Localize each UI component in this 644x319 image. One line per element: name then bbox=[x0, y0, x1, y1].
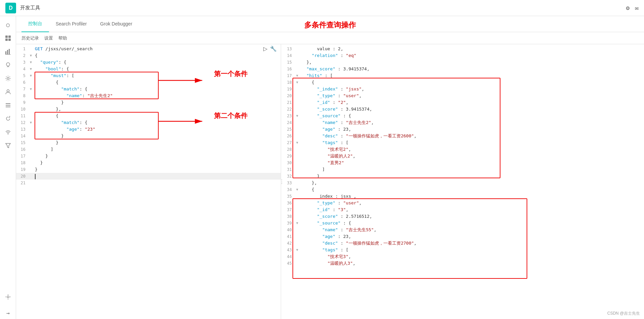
code-line-18: 18 } bbox=[16, 160, 281, 166]
code-line-4: 4 ▼ "bool": { bbox=[16, 66, 281, 72]
editor-content[interactable]: 1 GET /jsxs/user/_search 2 ▼ { 3 ▼ bbox=[16, 44, 281, 319]
top-bar: D 开发工具 ⚙ ✉ bbox=[0, 0, 644, 16]
toolbar-help[interactable]: 帮助 bbox=[58, 35, 67, 41]
svg-rect-4 bbox=[5, 51, 6, 54]
app-logo: D bbox=[5, 3, 16, 13]
svg-rect-7 bbox=[5, 54, 11, 55]
result-line-24: 24 "name" : "吉士先生2", bbox=[282, 119, 644, 126]
result-line-14: 14 "relation" : "eq" bbox=[282, 52, 644, 59]
sidebar-icon-refresh[interactable] bbox=[2, 113, 14, 125]
mail-icon[interactable]: ✉ bbox=[635, 4, 639, 11]
code-line-5: 5 ▼ "must": [ bbox=[16, 72, 281, 79]
sidebar-icon-dashboard[interactable] bbox=[2, 32, 14, 44]
result-line-27: 27 ▼ "tags" : [ bbox=[282, 139, 644, 146]
result-line-25: 25 "age" : 23, bbox=[282, 126, 644, 133]
result-line-29: 29 "温暖的人2", bbox=[282, 153, 644, 160]
wrench-button[interactable]: 🔧 bbox=[270, 46, 277, 52]
top-bar-right: ⚙ ✉ bbox=[626, 4, 639, 11]
split-pane: ▷ 🔧 1 GET /jsxs/user/_search 2 ▼ { bbox=[16, 44, 644, 319]
result-line-13: 13 value : 2, bbox=[282, 46, 644, 52]
tab-search-profiler[interactable]: Search Profiler bbox=[49, 16, 94, 32]
sidebar-icon-map[interactable] bbox=[2, 59, 14, 71]
sidebar-icon-circle[interactable]: ○ bbox=[2, 19, 14, 31]
result-line-23: 23 ▼ "_source" : { bbox=[282, 113, 644, 119]
code-line-13: 13 "age": "23" bbox=[16, 126, 281, 133]
code-line-8: 8 "name": "吉士先生2" bbox=[16, 92, 281, 99]
result-line-19: 19 "_index" : "jsxs", bbox=[282, 86, 644, 92]
code-line-7: 7 ▼ "match": { bbox=[16, 86, 281, 92]
sidebar-icon-chart[interactable] bbox=[2, 46, 14, 58]
svg-rect-3 bbox=[8, 39, 11, 41]
run-button[interactable]: ▷ bbox=[263, 46, 267, 52]
result-line-45: 45 "温暖的人3", bbox=[282, 260, 644, 267]
main-layout: ○ → 多条 bbox=[0, 16, 644, 319]
top-bar-left: D 开发工具 bbox=[5, 3, 40, 13]
editor-pane: ▷ 🔧 1 GET /jsxs/user/_search 2 ▼ { bbox=[16, 44, 281, 319]
sidebar: ○ → bbox=[0, 16, 16, 319]
sidebar-icon-gear[interactable] bbox=[2, 72, 14, 84]
result-line-38: 38 "_score" : 2.5716512, bbox=[282, 213, 644, 220]
code-line-20: 20 bbox=[16, 173, 281, 180]
result-line-17: 17 ▼ "hits" : [ bbox=[282, 72, 644, 79]
code-line-19: 19 } bbox=[16, 166, 281, 173]
result-line-43: 43 ▼ "tags" : [ bbox=[282, 247, 644, 253]
content-area: 多条件查询操作 控制台 Search Profiler Grok Debugge… bbox=[16, 16, 644, 319]
tab-bar: 控制台 Search Profiler Grok Debugger bbox=[16, 16, 644, 32]
result-line-44: 44 "技术宅3", bbox=[282, 253, 644, 260]
code-line-10: 10 }, bbox=[16, 106, 281, 113]
svg-point-15 bbox=[7, 296, 9, 298]
sidebar-icon-settings[interactable] bbox=[2, 291, 14, 303]
tab-console[interactable]: 控制台 bbox=[21, 16, 49, 32]
watermark: CSDN @吉士先生 bbox=[607, 311, 640, 316]
code-line-21: 21 bbox=[16, 180, 281, 186]
code-line-1: 1 GET /jsxs/user/_search bbox=[16, 46, 281, 52]
svg-point-8 bbox=[6, 63, 10, 66]
svg-rect-11 bbox=[6, 103, 10, 104]
result-line-18: 18 ▼ { bbox=[282, 79, 644, 86]
sidebar-icon-list[interactable] bbox=[2, 99, 14, 111]
result-line-30: 30 "直男2" bbox=[282, 160, 644, 166]
result-line-28: 28 "技术宅2", bbox=[282, 146, 644, 153]
svg-rect-2 bbox=[5, 39, 8, 41]
code-line-12: 12 ▼ "match": { bbox=[16, 119, 281, 126]
svg-rect-0 bbox=[5, 36, 8, 38]
sidebar-icon-wifi[interactable] bbox=[2, 126, 14, 138]
code-line-6: 6 { bbox=[16, 79, 281, 86]
code-line-16: 16 ] bbox=[16, 146, 281, 153]
code-line-15: 15 } bbox=[16, 139, 281, 146]
app-title: 开发工具 bbox=[20, 5, 40, 11]
sidebar-icon-filter[interactable] bbox=[2, 139, 14, 151]
code-line-9: 9 } bbox=[16, 99, 281, 106]
result-line-33: 33 }, bbox=[282, 180, 644, 186]
result-line-34: 34 ▼ { bbox=[282, 186, 644, 193]
toolbar-history[interactable]: 历史记录 bbox=[21, 35, 39, 41]
svg-rect-6 bbox=[9, 49, 10, 54]
result-line-37: 37 "_id" : "3", bbox=[282, 206, 644, 213]
code-line-2: 2 ▼ { bbox=[16, 52, 281, 59]
svg-rect-1 bbox=[8, 36, 11, 38]
result-pane[interactable]: 13 value : 2, 14 "relation" : "eq" 15 }, bbox=[282, 44, 644, 319]
result-line-35: 35 _index : jsxs , bbox=[282, 193, 644, 200]
svg-point-14 bbox=[8, 134, 8, 135]
toolbar-settings[interactable]: 设置 bbox=[44, 35, 53, 41]
result-line-40: 40 "name" : "吉士先生55", bbox=[282, 227, 644, 233]
result-line-42: 42 "desc" : "一顿操作猛如虎，一看工资2700", bbox=[282, 240, 644, 247]
sidebar-icon-user[interactable] bbox=[2, 86, 14, 98]
svg-rect-5 bbox=[7, 50, 8, 54]
tab-grok-debugger[interactable]: Grok Debugger bbox=[94, 16, 139, 32]
result-line-36: 36 "_type" : "user", bbox=[282, 200, 644, 206]
result-line-32: 32 } bbox=[282, 173, 644, 180]
code-line-14: 14 } bbox=[16, 133, 281, 139]
result-line-41: 41 "age" : 23, bbox=[282, 233, 644, 240]
result-line-31: 31 ] bbox=[282, 166, 644, 173]
result-line-16: 16 "max_score" : 3.9415374, bbox=[282, 66, 644, 72]
code-line-3: 3 ▼ "query": { bbox=[16, 59, 281, 66]
result-line-26: 26 "desc" : "一顿操作猛如虎，一看工资2600", bbox=[282, 133, 644, 139]
svg-rect-12 bbox=[6, 105, 10, 106]
settings-icon[interactable]: ⚙ bbox=[626, 4, 630, 11]
result-line-21: 21 "_id" : "2", bbox=[282, 99, 644, 106]
code-line-17: 17 } bbox=[16, 153, 281, 160]
sidebar-icon-arrow[interactable]: → bbox=[2, 307, 14, 319]
svg-point-10 bbox=[7, 90, 9, 92]
result-line-22: 22 "_score" : 3.9415374, bbox=[282, 106, 644, 113]
